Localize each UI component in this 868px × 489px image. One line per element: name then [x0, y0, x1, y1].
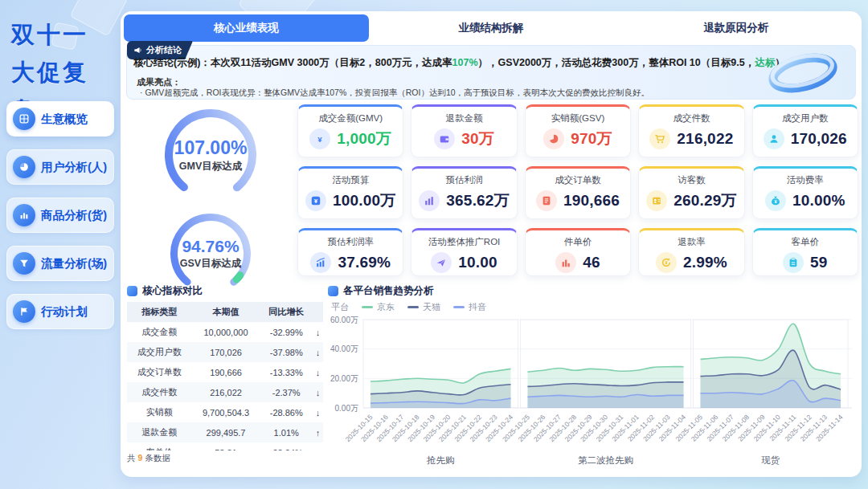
- kpi-value: 970万: [571, 128, 612, 149]
- gauge-GMV目标达成: 107.00%GMV目标达成: [127, 108, 294, 202]
- metric-yoy: 1.01%: [260, 422, 313, 442]
- legend-label: 京东: [377, 301, 395, 313]
- kpi-card-成交件数[interactable]: 成交件数216,022: [638, 104, 744, 157]
- metric-name: 客单价: [127, 442, 192, 450]
- legend-title: 平台: [331, 301, 349, 313]
- trend-chart[interactable]: 0.00万20.00万40.00万60.00万2025-10-152025-10…: [328, 313, 858, 471]
- kpi-label: 实销额(GSV): [526, 112, 630, 124]
- kpi-value: 190,666: [563, 192, 620, 210]
- table-row[interactable]: 成交订单数190,666-13.33%↓: [127, 362, 323, 382]
- legend-marker: [362, 306, 373, 308]
- kpi-value: 46: [583, 254, 600, 271]
- kpi-card-预估利润率[interactable]: 预估利润率37.69%: [297, 228, 403, 276]
- sidebar-item-用户分析(人)[interactable]: 用户分析(人): [6, 149, 114, 185]
- gauge-label: GMV目标达成: [174, 160, 248, 173]
- sidebar-item-商品分析(货)[interactable]: 商品分析(货): [6, 198, 114, 233]
- kpi-label: 成交订单数: [526, 174, 630, 186]
- comparison-title: 核心指标对比: [142, 284, 203, 298]
- comparison-table-wrap[interactable]: 指标类型本期值同比增长 成交金额10,000,000-32.99%↓成交用户数1…: [127, 298, 323, 450]
- gauge-GSV目标达成: 94.76%GSV目标达成: [127, 212, 294, 295]
- traffic-analysis-icon: [13, 252, 35, 275]
- table-row[interactable]: 成交件数216,022-2.37%↓: [127, 382, 323, 402]
- kpi-value: 260.29万: [674, 190, 737, 211]
- trend-title-row: 各平台销售趋势分析: [328, 284, 858, 298]
- kpi-label: 件单价: [526, 236, 630, 248]
- metric-value: 9,700,504.3: [192, 402, 260, 422]
- sidebar-item-生意概览[interactable]: 生意概览: [6, 101, 114, 137]
- section-icon: [328, 286, 338, 296]
- metric-name: 实销额: [127, 402, 192, 422]
- kpi-card-件单价[interactable]: 件单价46: [525, 228, 631, 276]
- table-row[interactable]: 成交用户数170,026-37.98%↓: [127, 342, 323, 362]
- sidebar-item-行动计划[interactable]: 行动计划: [6, 294, 114, 329]
- comparison-panel: 核心指标对比 指标类型本期值同比增长 成交金额10,000,000-32.99%…: [127, 284, 323, 475]
- column-header: 同比增长: [260, 302, 313, 322]
- analysis-conclusion-box: 分析结论 核心结论(示例)：本次双11活动GMV 3000万（目标2，800万元…: [126, 45, 856, 100]
- kpi-card-活动费率[interactable]: 活动费率¥10.00%: [752, 166, 858, 219]
- sidebar-item-label: 商品分析(货): [41, 208, 107, 223]
- comparison-table-body: 成交金额10,000,000-32.99%↓成交用户数170,026-37.98…: [127, 322, 323, 450]
- paper-plane-icon: [431, 252, 452, 273]
- trend-up-icon: [310, 252, 331, 273]
- kpi-card-活动整体推广ROI[interactable]: 活动整体推广ROI10.00: [411, 228, 517, 276]
- svg-text:第二波抢先购: 第二波抢先购: [578, 455, 633, 465]
- kpi-card-访客数[interactable]: 访客数260.29万: [638, 166, 744, 219]
- kpi-card-实销额(GSV)[interactable]: 实销额(GSV)970万: [525, 104, 631, 157]
- metric-yoy: -32.99%: [260, 322, 313, 342]
- legend-item-天猫[interactable]: 天猫: [407, 301, 440, 313]
- arrow-down-icon: ↓: [313, 322, 323, 342]
- doc-icon: [536, 190, 557, 211]
- kpi-card-成交用户数[interactable]: 成交用户数170,026: [752, 104, 858, 157]
- sidebar-item-流量分析(场)[interactable]: 流量分析(场): [6, 246, 114, 281]
- kpi-grid: 成交金额(GMV)¥1,000万退款金额30万实销额(GSV)970万成交件数2…: [297, 104, 858, 289]
- metric-value: 10,000,000: [192, 322, 260, 342]
- kpi-label: 预估利润率: [298, 236, 403, 248]
- metric-yoy: -28.86%: [260, 402, 313, 422]
- legend-item-京东[interactable]: 京东: [362, 301, 395, 313]
- kpi-card-预估利润[interactable]: 预估利润365.62万: [411, 166, 517, 219]
- sidebar-item-label: 行动计划: [41, 304, 88, 320]
- svg-text:¥: ¥: [665, 260, 668, 265]
- table-row[interactable]: 退款金额299,495.71.01%↑: [127, 422, 323, 442]
- trend-title: 各平台销售趋势分析: [343, 284, 434, 298]
- kpi-card-客单价[interactable]: 客单价59: [752, 228, 858, 276]
- table-row[interactable]: 客单价58.81-23.24%↓: [127, 442, 323, 450]
- table-row[interactable]: 实销额9,700,504.3-28.86%↓: [127, 402, 323, 422]
- svg-text:40.00万: 40.00万: [330, 344, 358, 353]
- wallet-icon: [434, 128, 455, 149]
- sidebar: 双十一 大促复盘 生意概览用户分析(人)商品分析(货)流量分析(场)行动计划: [0, 0, 119, 489]
- analysis-conclusion-text: 核心结论(示例)：本次双11活动GMV 3000万（目标2，800万元，达成率1…: [133, 56, 825, 70]
- kpi-label: 退款率: [639, 236, 743, 248]
- kpi-card-成交订单数[interactable]: 成交订单数190,666: [525, 166, 631, 219]
- kpi-value: 10.00: [458, 254, 497, 271]
- conclusion-rate: 107%: [452, 57, 478, 68]
- legend-label: 抖音: [469, 301, 486, 313]
- kpi-label: 退款金额: [411, 112, 516, 124]
- tab-退款原因分析[interactable]: 退款原因分析: [613, 14, 858, 42]
- tab-bar: 核心业绩表现业绩结构拆解退款原因分析: [124, 14, 858, 42]
- kpi-card-活动预算[interactable]: 活动预算¥100.00万: [297, 166, 403, 219]
- tab-核心业绩表现[interactable]: 核心业绩表现: [124, 14, 369, 42]
- arrow-up-icon: ↑: [313, 422, 323, 442]
- action-plan-icon: [13, 300, 35, 323]
- arrow-down-icon: ↓: [313, 362, 323, 382]
- kpi-label: 客单价: [753, 236, 858, 248]
- legend-item-抖音[interactable]: 抖音: [453, 301, 486, 313]
- kpi-card-退款率[interactable]: 退款率¥2.99%: [638, 228, 744, 276]
- metric-yoy: -2.37%: [260, 382, 313, 402]
- kpi-value: 1,000万: [337, 128, 391, 149]
- legend-marker: [453, 306, 465, 308]
- gauge-label: GSV目标达成: [180, 257, 241, 271]
- footer-suffix: 条数据: [145, 453, 170, 463]
- table-row[interactable]: 成交金额10,000,000-32.99%↓: [127, 322, 323, 342]
- tab-业绩结构拆解[interactable]: 业绩结构拆解: [369, 14, 614, 42]
- money-bag-icon: ¥: [765, 190, 786, 211]
- kpi-card-成交金额(GMV)[interactable]: 成交金额(GMV)¥1,000万: [297, 104, 403, 157]
- svg-text:20.00万: 20.00万: [330, 374, 358, 383]
- sidebar-menu: 生意概览用户分析(人)商品分析(货)流量分析(场)行动计划: [6, 101, 114, 342]
- metric-value: 190,666: [192, 362, 260, 382]
- kpi-card-退款金额[interactable]: 退款金额30万: [411, 104, 517, 157]
- conclusion-part: ），GSV2000万，活动总花费300万，整体ROI 10（目标9.5，: [478, 57, 755, 68]
- sidebar-item-label: 生意概览: [41, 112, 88, 127]
- metric-value: 58.81: [192, 442, 260, 450]
